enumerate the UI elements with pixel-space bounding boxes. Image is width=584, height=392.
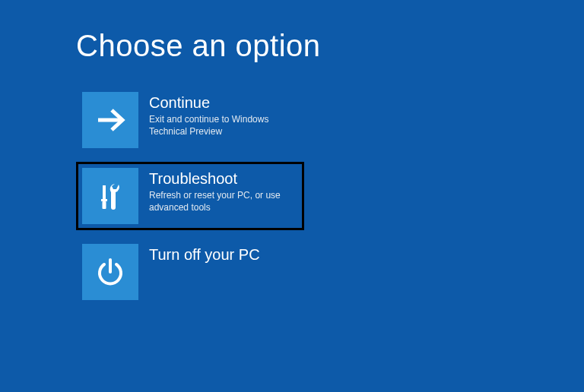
option-text: Continue Exit and continue to Windows Te… — [138, 92, 298, 138]
option-troubleshoot[interactable]: Troubleshoot Refresh or reset your PC, o… — [76, 162, 304, 230]
option-text: Turn off your PC — [138, 244, 260, 265]
svg-rect-2 — [101, 199, 107, 201]
option-title: Turn off your PC — [149, 245, 260, 264]
option-description: Refresh or reset your PC, or use advance… — [149, 189, 298, 213]
option-text: Troubleshoot Refresh or reset your PC, o… — [138, 168, 298, 213]
option-title: Continue — [149, 93, 298, 112]
tools-icon — [82, 168, 138, 224]
option-description: Exit and continue to Windows Technical P… — [149, 113, 298, 138]
arrow-right-icon — [82, 92, 138, 148]
page-title: Choose an option — [76, 29, 584, 63]
option-turn-off[interactable]: Turn off your PC — [76, 238, 304, 306]
svg-rect-3 — [103, 201, 106, 209]
option-continue[interactable]: Continue Exit and continue to Windows Te… — [76, 86, 304, 154]
options-list: Continue Exit and continue to Windows Te… — [76, 86, 584, 306]
svg-rect-1 — [103, 185, 106, 199]
option-title: Troubleshoot — [149, 169, 298, 188]
power-icon — [82, 244, 138, 300]
